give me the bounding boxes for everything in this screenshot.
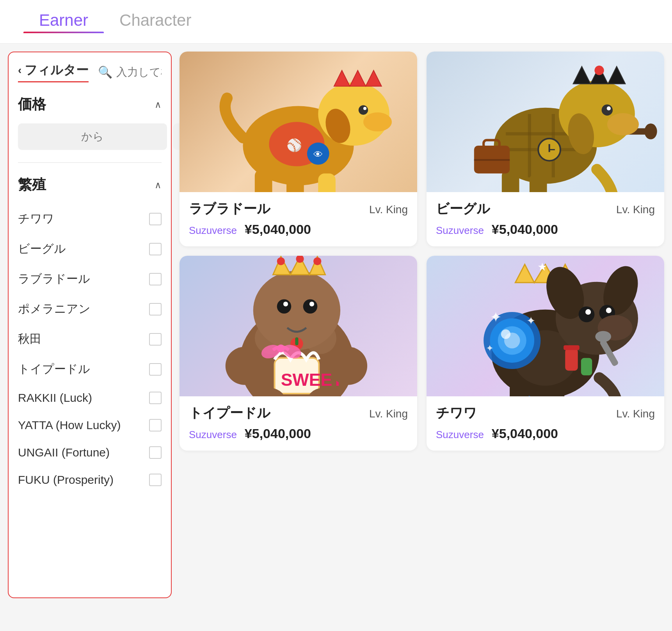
price-inputs xyxy=(18,123,162,150)
product-card[interactable]: ⚾ 👁 ラブラドール Lv. King Suzuverse ¥5,040,000 xyxy=(180,52,417,246)
tab-character[interactable]: Character xyxy=(104,11,207,33)
filter-header: ‹ フィルター 🔍 xyxy=(18,62,162,82)
filter-chevron-icon: ‹ xyxy=(18,64,21,77)
product-seller: Suzuverse xyxy=(436,429,484,441)
product-level: Lv. King xyxy=(369,203,408,216)
price-from-input[interactable] xyxy=(18,123,167,150)
svg-point-28 xyxy=(607,106,611,110)
svg-point-27 xyxy=(602,104,613,115)
svg-rect-86 xyxy=(565,348,578,371)
product-card[interactable]: ★ ✦ ✦ ✦ xyxy=(427,256,664,451)
breed-item[interactable]: ポメラニアン xyxy=(18,294,162,324)
breed-checkbox[interactable] xyxy=(149,213,162,225)
product-name: チワワ xyxy=(436,404,477,422)
breed-checkbox[interactable] xyxy=(149,446,162,459)
svg-text:⚾: ⚾ xyxy=(286,137,302,153)
product-seller: Suzuverse xyxy=(189,225,237,237)
svg-point-4 xyxy=(363,107,366,110)
svg-rect-91 xyxy=(510,381,529,396)
breed-item[interactable]: 秋田 xyxy=(18,324,162,354)
breed-section-header: 繁殖 ∧ xyxy=(18,175,162,194)
svg-point-29 xyxy=(607,113,639,135)
svg-rect-9 xyxy=(286,173,304,192)
tab-earner[interactable]: Earner xyxy=(23,11,104,33)
breed-item[interactable]: YATTA (How Lucky) xyxy=(18,412,162,439)
svg-text:✦: ✦ xyxy=(526,314,535,327)
breed-name: ラブラドール xyxy=(18,271,90,287)
breed-item[interactable]: ビーグル xyxy=(18,234,162,264)
svg-point-5 xyxy=(363,112,392,132)
breed-checkbox[interactable] xyxy=(149,273,162,285)
breed-checkbox[interactable] xyxy=(149,333,162,346)
product-name: ラブラドール xyxy=(189,200,270,218)
product-seller: Suzuverse xyxy=(189,429,237,441)
product-card[interactable]: SWEET トイプードル Lv. King xyxy=(180,256,417,451)
breed-checkbox[interactable] xyxy=(149,474,162,486)
main-content: ‹ フィルター 🔍 価格 ∧ 繁殖 ∧ チワワ ビー xyxy=(0,44,672,606)
product-price-row: Suzuverse ¥5,040,000 xyxy=(189,426,408,441)
divider xyxy=(18,162,162,163)
breed-checkbox[interactable] xyxy=(149,363,162,376)
tab-earner-label: Earner xyxy=(39,11,88,29)
breed-item[interactable]: UNGAII (Fortune) xyxy=(18,439,162,466)
search-box: 🔍 xyxy=(98,65,162,79)
product-info: チワワ Lv. King Suzuverse ¥5,040,000 xyxy=(427,396,664,451)
breed-item[interactable]: RAKKII (Luck) xyxy=(18,384,162,412)
price-section-header: 価格 ∧ xyxy=(18,95,162,114)
product-card[interactable]: ビーグル Lv. King Suzuverse ¥5,040,000 xyxy=(427,52,664,246)
svg-point-82 xyxy=(501,329,510,339)
breed-item[interactable]: ラブラドール xyxy=(18,264,162,294)
product-price: ¥5,040,000 xyxy=(245,426,311,441)
breed-checkbox[interactable] xyxy=(149,419,162,431)
product-price-row: Suzuverse ¥5,040,000 xyxy=(436,426,655,441)
svg-point-58 xyxy=(226,347,263,385)
breed-name: チワワ xyxy=(18,211,54,227)
product-price: ¥5,040,000 xyxy=(492,426,558,441)
breed-item[interactable]: FUKU (Prosperity) xyxy=(18,466,162,494)
breed-checkbox[interactable] xyxy=(149,243,162,255)
product-seller: Suzuverse xyxy=(436,225,484,237)
breed-name: トイプードル xyxy=(18,361,90,377)
filter-sidebar: ‹ フィルター 🔍 価格 ∧ 繁殖 ∧ チワワ ビー xyxy=(8,52,172,598)
filter-button-label: フィルター xyxy=(25,62,89,79)
price-chevron-up-icon[interactable]: ∧ xyxy=(155,99,162,110)
svg-point-73 xyxy=(585,309,591,314)
svg-point-24 xyxy=(594,66,604,75)
svg-text:★: ★ xyxy=(537,260,547,273)
product-name-row: トイプードル Lv. King xyxy=(189,404,408,422)
product-price-row: Suzuverse ¥5,040,000 xyxy=(189,222,408,237)
filter-button[interactable]: ‹ フィルター xyxy=(18,62,89,82)
breed-name: ビーグル xyxy=(18,241,66,257)
svg-point-48 xyxy=(313,257,321,265)
svg-point-72 xyxy=(579,306,595,322)
svg-point-46 xyxy=(277,257,285,265)
breed-name: RAKKII (Luck) xyxy=(18,391,92,405)
product-image: ⚾ 👁 xyxy=(180,52,417,192)
tabs-container: Earner Character xyxy=(0,0,672,44)
tab-character-label: Character xyxy=(119,11,191,29)
product-grid: ⚾ 👁 ラブラドール Lv. King Suzuverse ¥5,040,000 xyxy=(180,52,664,598)
search-icon: 🔍 xyxy=(98,65,112,79)
breed-checkbox[interactable] xyxy=(149,392,162,404)
product-name-row: ラブラドール Lv. King xyxy=(189,200,408,218)
product-info: ビーグル Lv. King Suzuverse ¥5,040,000 xyxy=(427,192,664,246)
product-image xyxy=(427,52,664,192)
breed-name: FUKU (Prosperity) xyxy=(18,473,114,487)
breed-chevron-up-icon[interactable]: ∧ xyxy=(155,180,162,191)
svg-rect-8 xyxy=(255,169,272,192)
search-input[interactable] xyxy=(116,66,162,78)
product-price-row: Suzuverse ¥5,040,000 xyxy=(436,222,655,237)
breed-name: ポメラニアン xyxy=(18,301,91,317)
svg-point-49 xyxy=(277,299,292,314)
svg-point-94 xyxy=(595,331,611,342)
svg-text:✦: ✦ xyxy=(486,343,494,353)
svg-point-52 xyxy=(309,301,314,306)
breed-checkbox[interactable] xyxy=(149,303,162,316)
breed-item[interactable]: チワワ xyxy=(18,204,162,234)
svg-point-3 xyxy=(359,105,368,114)
svg-text:👁: 👁 xyxy=(313,149,323,159)
svg-marker-2 xyxy=(334,70,382,86)
breed-item[interactable]: トイプードル xyxy=(18,354,162,384)
svg-rect-10 xyxy=(318,173,336,192)
breed-list: チワワ ビーグル ラブラドール ポメラニアン 秋田 トイプードル RAKKII … xyxy=(18,204,162,494)
